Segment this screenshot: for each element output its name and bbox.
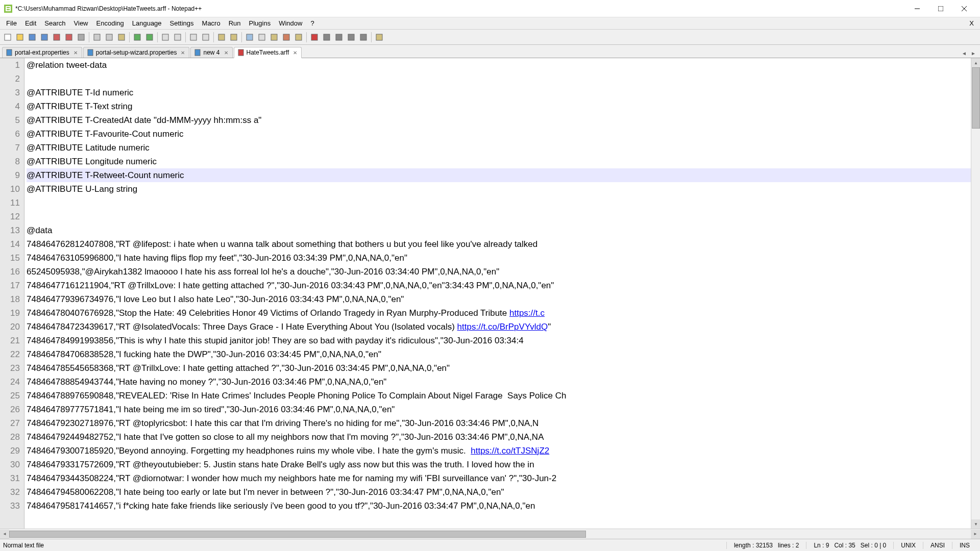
menu-mdi-close[interactable]: X [965,19,978,27]
toolbar-wrap[interactable] [244,32,255,43]
horizontal-scroll-track[interactable] [9,530,971,538]
url-link[interactable]: https://t.c [509,308,545,318]
menu-file[interactable]: File [2,18,21,28]
minimize-button[interactable] [905,1,929,17]
toolbar-open-file[interactable] [14,32,26,43]
toolbar-monitor[interactable] [374,32,385,43]
toolbar-undo[interactable] [132,32,143,43]
code-line[interactable]: @ATTRIBUTE T-Text string [27,99,980,113]
scroll-up-button[interactable]: ▲ [971,58,980,67]
toolbar-sync-v[interactable] [216,32,227,43]
toolbar-sync-h[interactable] [228,32,239,43]
code-line[interactable]: 748464789777571841,"I hate being me im s… [27,403,980,416]
code-line[interactable]: 748464792449482752,"I hate that I've got… [27,430,980,444]
toolbar-stop-macro[interactable] [321,32,332,43]
code-line[interactable]: @ATTRIBUTE U-Lang string [27,182,980,196]
menu-view[interactable]: View [70,18,92,28]
scroll-down-button[interactable]: ▼ [971,519,980,529]
code-line[interactable] [27,196,980,210]
toolbar-run-multiple[interactable] [346,32,357,43]
code-line[interactable]: 748464793317572609,"RT @theyoutubieber: … [27,458,980,471]
code-line[interactable]: @ATTRIBUTE T-Id numeric [27,86,980,99]
text-editor[interactable]: @relation tweet-data@ATTRIBUTE T-Id nume… [24,58,980,529]
tab-portal-setup-wizard-properties[interactable]: portal-setup-wizard.properties✕ [83,47,190,58]
tab-close-icon[interactable]: ✕ [72,49,79,56]
code-line[interactable]: @relation tweet-data [27,58,980,72]
url-link[interactable]: https://t.co/tTJSNjZ2 [471,446,549,456]
code-line[interactable]: @ATTRIBUTE Latitude numeric [27,141,980,155]
code-line[interactable]: 748464779396734976,"I love Leo but I als… [27,292,980,306]
tab-hatetweets-arff[interactable]: HateTweets.arff✕ [234,47,302,58]
toolbar-copy[interactable] [104,32,115,43]
horizontal-scroll-thumb[interactable] [9,531,586,538]
toolbar-print[interactable] [76,32,87,43]
code-line[interactable] [27,210,980,223]
toolbar-fold[interactable] [281,32,292,43]
vertical-scroll-thumb[interactable] [972,67,980,129]
vertical-scrollbar[interactable]: ▲ ▼ [971,58,980,529]
menu-search[interactable]: Search [40,18,69,28]
toolbar-close[interactable] [51,32,62,43]
code-line[interactable]: 748464794580062208,"I hate being too ear… [27,485,980,499]
code-line[interactable]: 748464795817414657,"i f*cking hate fake … [27,499,980,513]
menu-settings[interactable]: Settings [166,18,198,28]
maximize-button[interactable] [929,1,952,17]
tab-new-4[interactable]: new 4✕ [190,47,232,58]
toolbar-save-all[interactable] [39,32,50,43]
toolbar-cut[interactable] [91,32,103,43]
url-link[interactable]: https://t.co/BrPpVYvldQ [457,322,548,332]
code-line[interactable]: 748464788854943744,"Hate having no money… [27,375,980,389]
code-line[interactable]: 65245095938,"@Airykah1382 lmaoooo I hate… [27,265,980,279]
code-line[interactable]: 748464793443508224,"RT @diornotwar: I wo… [27,471,980,485]
menu-macro[interactable]: Macro [198,18,225,28]
menu-help[interactable]: ? [306,18,318,28]
toolbar-find[interactable] [160,32,171,43]
menu-window[interactable]: Window [275,18,306,28]
tab-close-icon[interactable]: ✕ [223,49,229,56]
menu-edit[interactable]: Edit [21,18,40,28]
code-line[interactable]: @ATTRIBUTE T-Favourite-Cout numeric [27,127,980,141]
tab-close-icon[interactable]: ✕ [292,49,298,56]
toolbar-zoom-out[interactable] [200,32,211,43]
toolbar-zoom-in[interactable] [188,32,199,43]
menu-plugins[interactable]: Plugins [245,18,275,28]
toolbar-redo[interactable] [144,32,155,43]
tab-scroll-left[interactable]: ◄ [960,48,969,58]
toolbar-save[interactable] [27,32,38,43]
code-line[interactable]: 748464763105996800,"I hate having flips … [27,251,980,265]
menu-run[interactable]: Run [225,18,245,28]
toolbar-indent[interactable] [268,32,280,43]
tab-close-icon[interactable]: ✕ [180,49,186,56]
code-line[interactable]: @ATTRIBUTE T-CreatedAt date "dd-MMM-yyyy… [27,113,980,127]
toolbar-record-macro[interactable] [309,32,320,43]
toolbar-paste[interactable] [116,32,127,43]
code-line[interactable] [27,72,980,86]
tab-scroll-right[interactable]: ► [969,48,978,58]
code-line[interactable]: 748464785545658368,"RT @TrillxLove: I ha… [27,361,980,375]
menu-encoding[interactable]: Encoding [92,18,128,28]
toolbar-new-file[interactable] [2,32,13,43]
code-line[interactable]: 74846477161211904,"RT @TrillxLove: I hat… [27,279,980,292]
code-line[interactable]: @data [27,223,980,237]
code-line[interactable]: 748464793007185920,"Beyond annoying. For… [27,444,980,458]
code-line[interactable]: 748464788976590848,"REVEALED: 'Rise In H… [27,389,980,403]
scroll-right-button[interactable]: ► [971,530,980,539]
toolbar-close-all[interactable] [63,32,75,43]
toolbar-save-macro[interactable] [358,32,369,43]
code-line[interactable]: 748464784706838528,"I fucking hate the D… [27,347,980,361]
code-line[interactable]: 748464780407676928,"Stop the Hate: 49 Ce… [27,306,980,320]
code-line[interactable]: 748464762812407808,"RT @lifepost: i hate… [27,237,980,251]
tab-portal-ext-properties[interactable]: portal-ext.properties✕ [2,47,82,58]
code-line[interactable]: @ATTRIBUTE T-Retweet-Count numeric [27,168,980,182]
horizontal-scrollbar[interactable]: ◄ ► [0,529,980,539]
toolbar-replace[interactable] [172,32,183,43]
code-line[interactable]: 748464784723439617,"RT @IsolatedVocaIs: … [27,320,980,334]
scroll-left-button[interactable]: ◄ [0,530,9,539]
close-button[interactable] [952,1,976,17]
toolbar-play-macro[interactable] [333,32,345,43]
toolbar-show-all[interactable] [256,32,267,43]
code-line[interactable]: @ATTRIBUTE Longitude numeric [27,155,980,168]
menu-language[interactable]: Language [128,18,166,28]
toolbar-unfold[interactable] [293,32,304,43]
code-line[interactable]: 748464784991993856,"This is why I hate t… [27,334,980,347]
